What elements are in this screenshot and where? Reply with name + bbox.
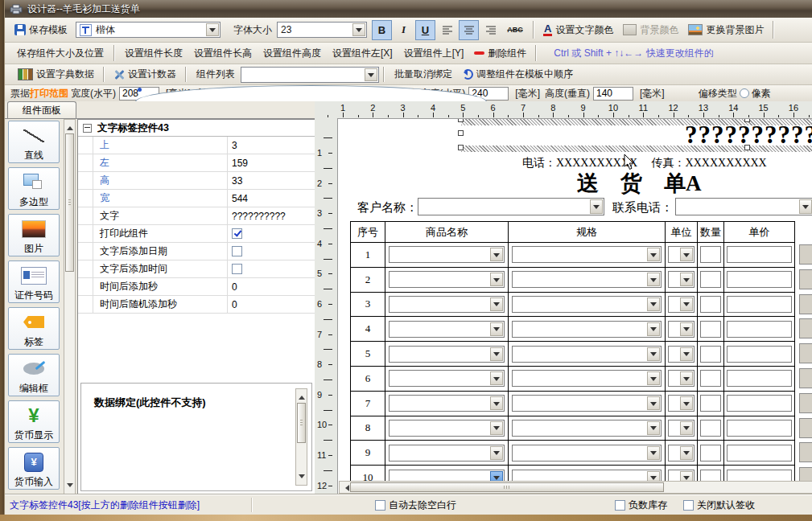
dropdown-arrow-icon[interactable]: [490, 396, 503, 410]
resize-handle[interactable]: [458, 119, 464, 122]
dropdown-arrow-icon[interactable]: [490, 273, 503, 286]
product-name-select[interactable]: [389, 271, 505, 288]
quantity-input[interactable]: [700, 346, 721, 363]
align-right-button[interactable]: [480, 20, 501, 40]
dropdown-arrow-icon[interactable]: [490, 446, 503, 460]
scroll-up-icon[interactable]: [299, 392, 305, 400]
quantity-input[interactable]: [700, 470, 721, 481]
align-center-button[interactable]: [459, 20, 479, 40]
tool-id-card[interactable]: 证件号码: [8, 260, 60, 303]
document-title[interactable]: 送 货 单A: [577, 169, 702, 198]
amount-stub[interactable]: [799, 442, 812, 462]
customer-name-select[interactable]: [418, 198, 604, 215]
product-name-select[interactable]: [389, 470, 505, 481]
set-dictionary-button[interactable]: 设置字典数据: [13, 66, 99, 83]
unit-price-input[interactable]: [727, 445, 792, 462]
scroll-down-icon[interactable]: [67, 483, 73, 490]
amount-stub[interactable]: [799, 269, 812, 289]
property-row[interactable]: 文字后添加日期: [78, 243, 315, 260]
property-row[interactable]: 宽544: [78, 190, 315, 207]
tool-line[interactable]: 直线: [8, 121, 60, 163]
amount-stub[interactable]: [799, 368, 812, 388]
toolbox-scrollbar[interactable]: [64, 119, 76, 494]
set-component-left-button[interactable]: 设置组件左[X]: [327, 45, 398, 62]
tool-tag[interactable]: 标签: [8, 307, 60, 350]
amount-stub[interactable]: [799, 467, 812, 481]
quantity-input[interactable]: [700, 296, 721, 313]
unit-price-input[interactable]: [727, 470, 792, 481]
property-value[interactable]: [227, 225, 315, 242]
dropdown-arrow-icon[interactable]: [647, 396, 660, 410]
set-component-height-button[interactable]: 设置组件高度: [258, 45, 327, 62]
property-value[interactable]: 0: [227, 278, 315, 295]
quantity-input[interactable]: [700, 370, 721, 387]
dropdown-arrow-icon[interactable]: [490, 471, 503, 481]
dropdown-arrow-icon[interactable]: [680, 322, 693, 336]
canvas-h-scrollbar[interactable]: [339, 481, 812, 494]
property-row[interactable]: 打印此组件: [78, 225, 315, 243]
spec-select[interactable]: [512, 296, 662, 313]
tool-currency-input[interactable]: ¥货币输入: [8, 447, 60, 490]
amount-stub[interactable]: [799, 318, 812, 338]
quantity-input[interactable]: [700, 321, 721, 338]
font-size-select[interactable]: 23: [277, 22, 367, 38]
background-color-button[interactable]: 背景颜色: [618, 22, 683, 39]
unit-select[interactable]: [668, 370, 695, 387]
size-dropdown-arrow-icon[interactable]: [352, 23, 365, 36]
dropdown-arrow-icon[interactable]: [680, 297, 693, 311]
font-name-select[interactable]: 楷体: [76, 22, 221, 38]
tool-image[interactable]: 图片: [8, 214, 60, 256]
dropdown-arrow-icon[interactable]: [490, 248, 503, 261]
unit-price-input[interactable]: [727, 296, 792, 313]
dropdown-arrow-icon[interactable]: [647, 446, 660, 460]
property-checkbox-icon[interactable]: [232, 246, 242, 256]
contact-dropdown-arrow-icon[interactable]: [799, 199, 812, 214]
dropdown-arrow-icon[interactable]: [647, 371, 660, 385]
tool-edit-box[interactable]: 编辑框: [8, 354, 60, 396]
spec-select[interactable]: [512, 445, 662, 462]
checkbox-icon[interactable]: [375, 500, 385, 511]
product-name-select[interactable]: [389, 346, 505, 363]
dropdown-arrow-icon[interactable]: [680, 471, 693, 481]
unit-price-input[interactable]: [727, 346, 792, 363]
dropdown-arrow-icon[interactable]: [490, 371, 503, 385]
batch-unbind-button[interactable]: 批量取消绑定: [389, 66, 458, 83]
dropdown-arrow-icon[interactable]: [647, 322, 660, 336]
spec-select[interactable]: [512, 346, 662, 363]
checkbox-icon[interactable]: [615, 500, 625, 511]
adjust-order-button[interactable]: 调整组件在模板中顺序: [458, 66, 578, 83]
property-value[interactable]: [227, 260, 315, 277]
change-background-image-button[interactable]: 更换背景图片: [683, 22, 769, 39]
quantity-input[interactable]: [700, 271, 721, 288]
dropdown-arrow-icon[interactable]: [647, 297, 660, 311]
component-list-select[interactable]: [241, 67, 379, 83]
unit-select[interactable]: [668, 395, 695, 412]
amount-stub[interactable]: [799, 393, 812, 413]
unit-select[interactable]: [668, 296, 695, 313]
selected-component[interactable]: ??????????: [461, 119, 812, 152]
checkbox-icon[interactable]: [683, 500, 694, 511]
dropdown-arrow-icon[interactable]: [680, 248, 693, 261]
product-name-select[interactable]: [389, 395, 505, 412]
property-row[interactable]: 左159: [78, 154, 315, 172]
scroll-left-icon[interactable]: [342, 485, 349, 491]
dropdown-arrow-icon[interactable]: [680, 371, 693, 385]
save-size-position-button[interactable]: 保存组件大小及位置: [11, 45, 109, 62]
resize-handle[interactable]: [458, 130, 464, 136]
offset-pixel-radio[interactable]: [740, 88, 749, 98]
unit-select[interactable]: [668, 470, 695, 481]
save-template-button[interactable]: 保存模板: [10, 22, 72, 39]
unit-select[interactable]: [668, 271, 695, 288]
dropdown-arrow-icon[interactable]: [647, 273, 660, 286]
set-component-width-button[interactable]: 设置组件长度: [119, 45, 188, 62]
property-row[interactable]: 时间后随机添加秒0: [78, 296, 315, 314]
scroll-up-icon[interactable]: [67, 123, 73, 130]
amount-stub[interactable]: [799, 244, 812, 265]
dropdown-arrow-icon[interactable]: [490, 297, 503, 311]
unit-price-input[interactable]: [727, 246, 792, 263]
property-value[interactable]: 33: [227, 172, 315, 189]
strikethrough-button[interactable]: ABC: [502, 20, 528, 40]
property-value[interactable]: 159: [227, 154, 315, 171]
quantity-input[interactable]: [700, 420, 721, 437]
canvas-scroll-thumb[interactable]: [350, 482, 664, 492]
